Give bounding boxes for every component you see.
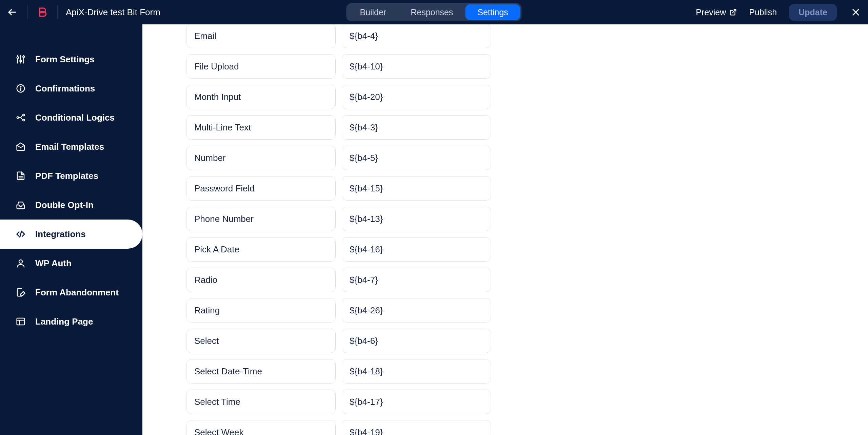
topbar-right: Preview Publish Update <box>696 4 863 21</box>
field-key-cell[interactable]: ${b4-4} <box>342 24 491 48</box>
field-row: Select Week${b4-19} <box>186 420 529 435</box>
close-icon <box>851 7 861 17</box>
field-key-cell[interactable]: ${b4-7} <box>342 268 491 292</box>
field-key-cell[interactable]: ${b4-26} <box>342 298 491 323</box>
field-name-cell[interactable]: Multi-Line Text <box>186 115 336 140</box>
sidebar-item-confirmations[interactable]: Confirmations <box>0 74 142 103</box>
sidebar-item-form-abandonment[interactable]: Form Abandonment <box>0 278 142 307</box>
field-row: Number${b4-5} <box>186 146 529 170</box>
field-name-cell[interactable]: Select Time <box>186 390 336 414</box>
field-key-cell[interactable]: ${b4-3} <box>342 115 491 140</box>
topbar-divider-2 <box>57 5 58 19</box>
publish-link[interactable]: Publish <box>749 7 777 17</box>
arrow-left-icon <box>7 7 17 17</box>
field-key-cell[interactable]: ${b4-6} <box>342 329 491 353</box>
layout-icon <box>15 316 26 327</box>
sidebar-item-label: Double Opt-In <box>35 200 94 210</box>
settings-sidebar: Form Settings Confirmations Conditional … <box>0 24 142 435</box>
tab-settings[interactable]: Settings <box>465 4 520 20</box>
field-mapping-list: Email${b4-4}File Upload${b4-10}Month Inp… <box>186 24 529 435</box>
field-row: File Upload${b4-10} <box>186 54 529 79</box>
field-name-cell[interactable]: Password Field <box>186 176 336 201</box>
field-row: Select${b4-6} <box>186 329 529 353</box>
sidebar-item-landing-page[interactable]: Landing Page <box>0 307 142 336</box>
branch-icon <box>15 112 26 123</box>
topbar-divider <box>27 5 27 19</box>
form-edit-icon <box>15 287 26 298</box>
preview-link[interactable]: Preview <box>696 7 737 17</box>
svg-rect-20 <box>17 318 25 325</box>
tab-responses[interactable]: Responses <box>398 4 465 20</box>
sidebar-item-label: Form Abandonment <box>35 287 119 298</box>
field-name-cell[interactable]: Radio <box>186 268 336 292</box>
field-key-cell[interactable]: ${b4-18} <box>342 359 491 384</box>
form-title: ApiX-Drive test Bit Form <box>66 7 160 18</box>
main-content: Email${b4-4}File Upload${b4-10}Month Inp… <box>142 24 868 435</box>
field-key-cell[interactable]: ${b4-10} <box>342 54 491 79</box>
field-name-cell[interactable]: Rating <box>186 298 336 323</box>
topbar: ApiX-Drive test Bit Form Builder Respons… <box>0 0 868 24</box>
sidebar-item-email-templates[interactable]: Email Templates <box>0 132 142 161</box>
back-button[interactable] <box>5 5 19 19</box>
field-key-cell[interactable]: ${b4-15} <box>342 176 491 201</box>
close-button[interactable] <box>849 5 863 19</box>
sidebar-item-label: Landing Page <box>35 316 93 327</box>
svg-line-1 <box>732 9 736 13</box>
sidebar-item-label: Form Settings <box>35 54 95 65</box>
sidebar-item-pdf-templates[interactable]: PDF Templates <box>0 161 142 190</box>
field-key-cell[interactable]: ${b4-19} <box>342 420 491 435</box>
main-scroll[interactable]: Email${b4-4}File Upload${b4-10}Month Inp… <box>142 24 868 435</box>
external-link-icon <box>729 8 737 16</box>
sidebar-item-double-opt-in[interactable]: Double Opt-In <box>0 190 142 220</box>
sidebar-item-wp-auth[interactable]: WP Auth <box>0 249 142 278</box>
sidebar-item-form-settings[interactable]: Form Settings <box>0 45 142 74</box>
sidebar-item-label: Conditional Logics <box>35 112 115 123</box>
field-name-cell[interactable]: Email <box>186 24 336 48</box>
info-icon <box>15 83 26 94</box>
field-name-cell[interactable]: Number <box>186 146 336 170</box>
user-icon <box>15 257 26 269</box>
update-button[interactable]: Update <box>789 4 837 21</box>
field-name-cell[interactable]: Pick A Date <box>186 237 336 262</box>
field-row: Password Field${b4-15} <box>186 176 529 201</box>
field-row: Select Date-Time${b4-18} <box>186 359 529 384</box>
svg-point-19 <box>19 260 22 263</box>
sidebar-item-label: WP Auth <box>35 258 72 269</box>
brand-logo[interactable] <box>36 5 49 19</box>
field-row: Month Input${b4-20} <box>186 85 529 109</box>
svg-point-12 <box>20 86 21 87</box>
sidebar-item-conditional-logics[interactable]: Conditional Logics <box>0 103 142 132</box>
mode-tabs: Builder Responses Settings <box>346 3 521 21</box>
sidebar-item-label: Email Templates <box>35 142 104 152</box>
svg-point-7 <box>17 57 19 59</box>
field-row: Pick A Date${b4-16} <box>186 237 529 262</box>
field-row: Email${b4-4} <box>186 24 529 48</box>
svg-point-9 <box>23 56 24 58</box>
sidebar-item-label: Integrations <box>35 229 86 240</box>
field-row: Rating${b4-26} <box>186 298 529 323</box>
sidebar-item-integrations[interactable]: Integrations <box>0 220 142 249</box>
topbar-left: ApiX-Drive test Bit Form <box>5 5 160 19</box>
field-name-cell[interactable]: File Upload <box>186 54 336 79</box>
field-key-cell[interactable]: ${b4-20} <box>342 85 491 109</box>
field-name-cell[interactable]: Phone Number <box>186 207 336 231</box>
field-name-cell[interactable]: Month Input <box>186 85 336 109</box>
code-icon <box>15 228 26 240</box>
sliders-icon <box>15 54 26 65</box>
field-key-cell[interactable]: ${b4-17} <box>342 390 491 414</box>
sidebar-item-label: Confirmations <box>35 83 95 94</box>
field-key-cell[interactable]: ${b4-16} <box>342 237 491 262</box>
field-row: Radio${b4-7} <box>186 268 529 292</box>
svg-line-18 <box>20 231 22 237</box>
svg-point-8 <box>20 60 22 62</box>
publish-label: Publish <box>749 7 777 17</box>
preview-label: Preview <box>696 7 726 17</box>
field-key-cell[interactable]: ${b4-5} <box>342 146 491 170</box>
tab-builder[interactable]: Builder <box>348 4 398 20</box>
mail-open-icon <box>15 141 26 152</box>
inbox-icon <box>15 199 26 211</box>
field-name-cell[interactable]: Select Week <box>186 420 336 435</box>
field-name-cell[interactable]: Select Date-Time <box>186 359 336 384</box>
field-key-cell[interactable]: ${b4-13} <box>342 207 491 231</box>
field-name-cell[interactable]: Select <box>186 329 336 353</box>
